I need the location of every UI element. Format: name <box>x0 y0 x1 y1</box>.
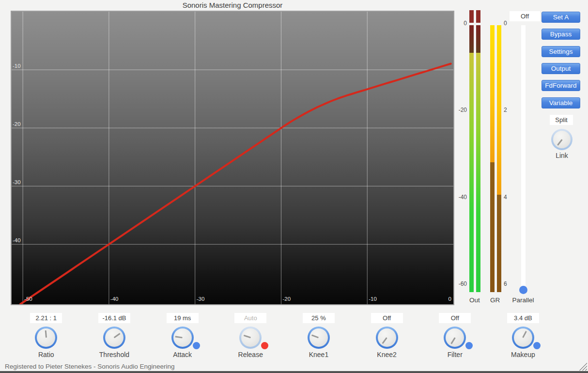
knob-group-knee1: 25 %Knee1 <box>299 313 338 361</box>
knee1-value-box[interactable]: 25 % <box>303 313 335 323</box>
out-meter-scale-label: -40 <box>453 194 467 201</box>
x-tick-label: -20 <box>282 296 291 302</box>
registration-text: Registered to Pieter Stenekes - Sonoris … <box>5 363 174 370</box>
filter-knob-pointer <box>450 337 455 344</box>
attack-blue-indicator-dot <box>193 342 200 349</box>
knob-group-release: AutoRelease <box>231 313 270 361</box>
y-tick-label: -10 <box>13 63 21 69</box>
transfer-curve-graph: -50-40-30-20-100-10-20-30-40 <box>11 11 454 305</box>
makeup-knob-pointer <box>523 331 527 338</box>
attack-knob[interactable] <box>171 326 194 349</box>
parallel-slider-track[interactable] <box>521 25 526 292</box>
y-tick-label: -40 <box>13 237 21 243</box>
knee1-knob-face[interactable] <box>309 328 328 347</box>
button-fdforward[interactable]: FdForward <box>542 80 580 91</box>
gr-meter-bar <box>490 25 495 162</box>
makeup-value-box[interactable]: 3.4 dB <box>507 313 539 323</box>
knob-group-makeup: 3.4 dBMakeup <box>504 313 542 361</box>
makeup-knob-label: Makeup <box>504 351 542 358</box>
button-bypass[interactable]: Bypass <box>542 29 580 40</box>
link-knob-label: Link <box>547 152 576 159</box>
gr-meter-scale-label: 4 <box>504 194 517 201</box>
knob-group-knee2: OffKnee2 <box>368 313 406 361</box>
out-meter-overload-segment <box>476 10 480 23</box>
out-meter-overload-segment <box>469 10 474 23</box>
parallel-slider-thumb[interactable] <box>519 286 527 294</box>
threshold-knob-face[interactable] <box>105 328 124 347</box>
filter-value-box[interactable]: Off <box>439 313 471 323</box>
filter-knob-label: Filter <box>435 351 474 358</box>
knee1-knob-label: Knee1 <box>299 351 338 358</box>
transfer-curve-svg: -50-40-30-20-100-10-20-30-40 <box>12 12 453 304</box>
button-set-a[interactable]: Set A <box>542 12 580 23</box>
gr-meter-unlit <box>497 195 501 292</box>
knob-group-filter: OffFilter <box>435 313 474 361</box>
button-variable[interactable]: Variable <box>542 97 580 109</box>
makeup-blue-indicator-dot <box>533 342 541 349</box>
threshold-knob-label: Threshold <box>95 351 134 358</box>
window-title: Sonoris Mastering Compressor <box>0 1 465 9</box>
filter-knob[interactable] <box>444 326 466 349</box>
x-tick-label: -40 <box>110 296 119 302</box>
plugin-window: Sonoris Mastering Compressor -50-40-30-2… <box>0 0 588 373</box>
link-knob-face[interactable] <box>553 131 571 148</box>
y-tick-label: -20 <box>13 121 21 127</box>
out-meter-label: Out <box>465 296 484 304</box>
filter-blue-indicator-dot <box>465 342 473 349</box>
ratio-knob-face[interactable] <box>37 328 55 347</box>
knee2-knob-face[interactable] <box>378 328 396 347</box>
release-knob-face[interactable] <box>241 328 260 347</box>
button-output[interactable]: Output <box>542 63 580 74</box>
knee2-knob-label: Knee2 <box>368 351 406 358</box>
out-meter-scale-label: 0 <box>453 20 467 27</box>
threshold-value-box[interactable]: -16.1 dB <box>98 313 130 323</box>
knob-group-attack: 19 msAttack <box>163 313 202 361</box>
button-settings[interactable]: Settings <box>542 46 580 57</box>
y-tick-label: -30 <box>13 179 21 185</box>
knee1-knob[interactable] <box>308 326 330 349</box>
link-knob[interactable] <box>551 129 573 150</box>
ratio-knob[interactable] <box>35 326 57 349</box>
bottom-strip <box>0 371 588 373</box>
out-meter-bar <box>476 53 480 292</box>
release-knob-label: Release <box>231 351 270 358</box>
knee2-value-box[interactable]: Off <box>371 313 403 323</box>
gr-meter-scale-label: 6 <box>504 280 517 287</box>
attack-knob-face[interactable] <box>173 328 192 347</box>
gr-meter-label: GR <box>485 296 505 304</box>
ratio-value-box[interactable]: 2.21 : 1 <box>30 313 62 323</box>
gr-meter-unlit <box>490 162 495 292</box>
threshold-knob-pointer <box>114 333 121 338</box>
x-tick-label: -30 <box>197 296 205 302</box>
out-meter-unlit <box>469 25 474 53</box>
x-tick-label: -10 <box>369 296 377 302</box>
gr-meter-scale-label: 2 <box>504 107 517 113</box>
resize-grip-icon[interactable] <box>578 362 587 371</box>
release-knob-pointer <box>244 335 251 338</box>
knob-group-threshold: -16.1 dBThreshold <box>95 313 134 361</box>
knee1-knob-pointer <box>311 334 319 338</box>
ratio-knob-pointer <box>45 330 46 338</box>
out-meter-scale-label: -60 <box>453 280 467 287</box>
attack-value-box[interactable]: 19 ms <box>167 313 199 323</box>
makeup-knob-face[interactable] <box>514 328 532 347</box>
makeup-knob[interactable] <box>512 326 534 349</box>
x-tick-label: -50 <box>24 296 32 302</box>
release-knob[interactable] <box>239 326 262 349</box>
filter-knob-face[interactable] <box>446 328 464 347</box>
attack-knob-label: Attack <box>163 351 202 358</box>
transfer-curve <box>20 64 451 305</box>
link-knob-pointer <box>557 139 563 146</box>
threshold-knob[interactable] <box>103 326 125 349</box>
split-mode-box[interactable]: Split <box>550 115 573 125</box>
x-tick-label: 0 <box>449 296 451 302</box>
ratio-knob-label: Ratio <box>27 351 65 358</box>
parallel-value-box[interactable]: Off <box>510 11 540 21</box>
out-meter-bar <box>469 53 474 292</box>
out-meter-unlit <box>476 25 480 53</box>
attack-knob-pointer <box>175 336 183 338</box>
parallel-label: Parallel <box>506 296 540 304</box>
release-value-box[interactable]: Auto <box>234 313 266 323</box>
knee2-knob[interactable] <box>376 326 398 349</box>
out-meter-scale-label: -20 <box>453 107 467 113</box>
